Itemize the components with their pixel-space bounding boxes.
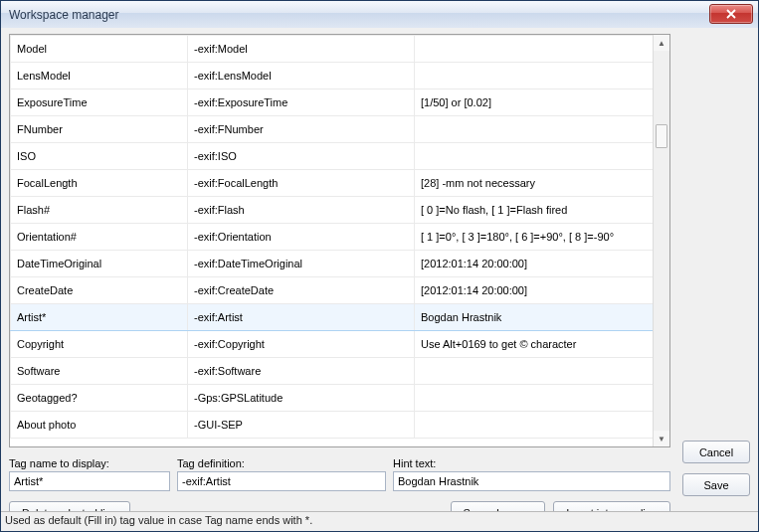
hint-text-label: Hint text:: [393, 457, 670, 469]
tag-table: Model-exif:ModelLensModel-exif:LensModel…: [9, 34, 670, 447]
cell-name: CreateDate: [11, 277, 188, 304]
table-row[interactable]: About photo-GUI-SEP: [11, 412, 654, 439]
cell-name: Flash#: [11, 197, 188, 224]
cell-def: -exif:LensModel: [188, 63, 415, 89]
cell-def: -exif:ISO: [188, 143, 415, 170]
table-row[interactable]: Software-exif:Software: [11, 358, 654, 385]
table-row[interactable]: CreateDate-exif:CreateDate[2012:01:14 20…: [11, 277, 654, 304]
cell-name: Orientation#: [11, 224, 188, 251]
cell-name: DateTimeOriginal: [11, 251, 188, 277]
scroll-up-arrow[interactable]: ▲: [654, 35, 669, 51]
table-row[interactable]: Flash#-exif:Flash[ 0 ]=No flash, [ 1 ]=F…: [11, 197, 654, 224]
cell-hint: [2012:01:14 20:00:00]: [415, 251, 654, 277]
tag-table-viewport[interactable]: Model-exif:ModelLensModel-exif:LensModel…: [10, 35, 654, 446]
cell-name: Model: [11, 36, 188, 63]
vertical-scrollbar[interactable]: ▲ ▼: [653, 35, 669, 446]
cell-hint: [415, 385, 654, 412]
cell-def: -exif:FocalLength: [188, 170, 415, 197]
tag-definition-label: Tag definition:: [177, 457, 386, 469]
cell-hint: [ 0 ]=No flash, [ 1 ]=Flash fired: [415, 197, 654, 224]
cell-name: Copyright: [11, 331, 188, 358]
cell-name: Geotagged?: [11, 385, 188, 412]
cell-hint: [28] -mm not necessary: [415, 170, 654, 197]
cell-def: -exif:ExposureTime: [188, 89, 415, 116]
table-row[interactable]: FNumber-exif:FNumber: [11, 116, 654, 143]
tag-definition-input[interactable]: [177, 471, 386, 491]
cell-hint: [415, 63, 654, 89]
cell-hint: [415, 116, 654, 143]
tag-name-input[interactable]: [9, 471, 170, 491]
cell-hint: Use Alt+0169 to get © character: [415, 331, 654, 358]
cancel-button[interactable]: Cancel: [682, 441, 750, 463]
dialog-buttons: Cancel Save: [682, 441, 750, 496]
table-row[interactable]: LensModel-exif:LensModel: [11, 63, 654, 89]
cell-hint: [1/50] or [0.02]: [415, 89, 654, 116]
cell-def: -exif:Orientation: [188, 224, 415, 251]
cell-hint: [ 1 ]=0°, [ 3 ]=180°, [ 6 ]=+90°, [ 8 ]=…: [415, 224, 654, 251]
window: Workspace manager Model-exif:ModelLensMo…: [0, 0, 759, 532]
cell-def: -exif:Model: [188, 36, 415, 63]
titlebar: Workspace manager: [1, 1, 758, 29]
table-row[interactable]: Copyright-exif:CopyrightUse Alt+0169 to …: [11, 331, 654, 358]
table-row[interactable]: DateTimeOriginal-exif:DateTimeOriginal[2…: [11, 251, 654, 277]
cell-def: -exif:Software: [188, 358, 415, 385]
cell-hint: [415, 412, 654, 439]
table-row[interactable]: Artist*-exif:ArtistBogdan Hrastnik: [11, 304, 654, 331]
cell-hint: Bogdan Hrastnik: [415, 304, 654, 331]
table-row[interactable]: Geotagged?-Gps:GPSLatitude: [11, 385, 654, 412]
cell-hint: [415, 36, 654, 63]
table-row[interactable]: Orientation#-exif:Orientation[ 1 ]=0°, […: [11, 224, 654, 251]
cell-hint: [415, 358, 654, 385]
cell-def: -exif:CreateDate: [188, 277, 415, 304]
cell-name: ExposureTime: [11, 89, 188, 116]
scroll-down-arrow[interactable]: ▼: [654, 431, 669, 446]
cell-name: FocalLength: [11, 170, 188, 197]
client-area: Model-exif:ModelLensModel-exif:LensModel…: [1, 28, 758, 511]
hint-text-input[interactable]: [393, 471, 670, 491]
cell-def: -exif:Copyright: [188, 331, 415, 358]
table-row[interactable]: ExposureTime-exif:ExposureTime[1/50] or …: [11, 89, 654, 116]
cell-def: -Gps:GPSLatitude: [188, 385, 415, 412]
status-bar: Used as default (Fill in) tag value in c…: [1, 511, 758, 531]
table-row[interactable]: ISO-exif:ISO: [11, 143, 654, 170]
cell-def: -exif:Artist: [188, 304, 415, 331]
cell-name: ISO: [11, 143, 188, 170]
table-row[interactable]: Model-exif:Model: [11, 36, 654, 63]
window-title: Workspace manager: [1, 8, 119, 22]
cell-def: -exif:FNumber: [188, 116, 415, 143]
cell-def: -exif:Flash: [188, 197, 415, 224]
save-button[interactable]: Save: [682, 473, 750, 496]
scroll-thumb[interactable]: [656, 124, 667, 148]
cell-hint: [2012:01:14 20:00:00]: [415, 277, 654, 304]
cell-def: -GUI-SEP: [188, 412, 415, 439]
cell-def: -exif:DateTimeOriginal: [188, 251, 415, 277]
cell-name: FNumber: [11, 116, 188, 143]
status-text: Used as default (Fill in) tag value in c…: [5, 514, 312, 526]
cell-name: About photo: [11, 412, 188, 439]
close-icon: [726, 9, 736, 19]
cell-name: LensModel: [11, 63, 188, 89]
cell-name: Software: [11, 358, 188, 385]
cell-hint: [415, 143, 654, 170]
tag-name-label: Tag name to display:: [9, 457, 170, 469]
table-row[interactable]: FocalLength-exif:FocalLength[28] -mm not…: [11, 170, 654, 197]
close-button[interactable]: [709, 4, 753, 24]
cell-name: Artist*: [11, 304, 188, 331]
